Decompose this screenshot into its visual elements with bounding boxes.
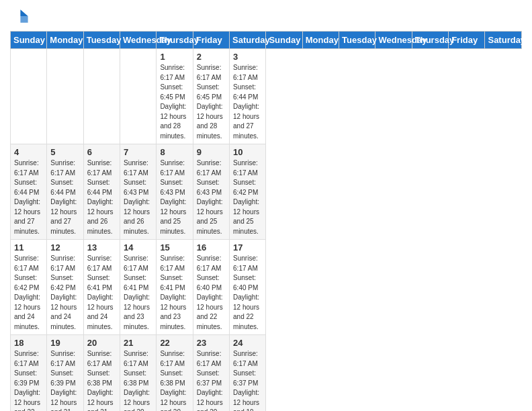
day-number: 8 [160,147,189,157]
logo [10,7,32,26]
day-number: 12 [50,242,79,253]
calendar-cell: 18Sunrise: 6:17 AM Sunset: 6:39 PM Dayli… [11,335,47,412]
col-header-thursday: Thursday [412,32,448,49]
day-number: 20 [87,338,116,348]
calendar-cell [11,49,47,144]
calendar-cell: 22Sunrise: 6:17 AM Sunset: 6:38 PM Dayli… [157,335,193,412]
calendar-cell: 7Sunrise: 6:17 AM Sunset: 6:43 PM Daylig… [120,144,157,240]
day-info: Sunrise: 6:17 AM Sunset: 6:41 PM Dayligh… [160,254,189,332]
day-info: Sunrise: 6:17 AM Sunset: 6:37 PM Dayligh… [233,349,262,411]
day-number: 5 [50,147,79,157]
col-header-wednesday: Wednesday [120,32,157,49]
day-number: 22 [160,338,189,348]
col-header-sunday: Sunday [11,32,47,49]
day-info: Sunrise: 6:17 AM Sunset: 6:38 PM Dayligh… [160,349,189,411]
day-info: Sunrise: 6:17 AM Sunset: 6:41 PM Dayligh… [87,254,116,332]
col-header-friday: Friday [193,32,229,49]
col-header-saturday: Saturday [230,32,266,49]
day-number: 7 [124,147,152,157]
calendar-cell: 14Sunrise: 6:17 AM Sunset: 6:41 PM Dayli… [120,240,157,335]
svg-marker-0 [20,9,28,16]
day-info: Sunrise: 6:17 AM Sunset: 6:40 PM Dayligh… [233,254,262,332]
day-info: Sunrise: 6:17 AM Sunset: 6:37 PM Dayligh… [197,349,226,411]
day-info: Sunrise: 6:17 AM Sunset: 6:39 PM Dayligh… [50,349,79,411]
calendar-cell [47,49,83,144]
calendar-cell: 8Sunrise: 6:17 AM Sunset: 6:43 PM Daylig… [157,144,193,240]
day-number: 16 [197,242,226,253]
day-info: Sunrise: 6:17 AM Sunset: 6:44 PM Dayligh… [233,63,262,141]
day-info: Sunrise: 6:17 AM Sunset: 6:39 PM Dayligh… [14,349,43,411]
day-number: 24 [233,338,262,348]
day-number: 2 [197,52,226,62]
calendar-table: SundayMondayTuesdayWednesdayThursdayFrid… [10,31,522,411]
day-number: 13 [87,242,116,253]
col-header-sunday: Sunday [266,32,302,49]
col-header-tuesday: Tuesday [339,32,375,49]
day-info: Sunrise: 6:17 AM Sunset: 6:40 PM Dayligh… [197,254,226,332]
logo-icon [10,7,29,26]
calendar-cell: 12Sunrise: 6:17 AM Sunset: 6:42 PM Dayli… [47,240,83,335]
day-number: 14 [124,242,152,253]
calendar-week-row: 18Sunrise: 6:17 AM Sunset: 6:39 PM Dayli… [11,335,522,412]
day-number: 3 [233,52,262,62]
col-header-saturday: Saturday [485,32,522,49]
day-number: 19 [50,338,79,348]
day-info: Sunrise: 6:17 AM Sunset: 6:44 PM Dayligh… [87,158,116,236]
calendar-cell: 13Sunrise: 6:17 AM Sunset: 6:41 PM Dayli… [83,240,120,335]
day-info: Sunrise: 6:17 AM Sunset: 6:45 PM Dayligh… [160,63,189,141]
calendar-cell: 1Sunrise: 6:17 AM Sunset: 6:45 PM Daylig… [157,49,193,144]
day-info: Sunrise: 6:17 AM Sunset: 6:43 PM Dayligh… [160,158,189,236]
day-info: Sunrise: 6:17 AM Sunset: 6:44 PM Dayligh… [14,158,43,236]
day-info: Sunrise: 6:17 AM Sunset: 6:42 PM Dayligh… [14,254,43,332]
calendar-cell: 20Sunrise: 6:17 AM Sunset: 6:38 PM Dayli… [83,335,120,412]
calendar-cell: 21Sunrise: 6:17 AM Sunset: 6:38 PM Dayli… [120,335,157,412]
calendar-cell: 2Sunrise: 6:17 AM Sunset: 6:45 PM Daylig… [193,49,229,144]
day-number: 10 [233,147,262,157]
calendar-cell [120,49,157,144]
calendar-cell: 24Sunrise: 6:17 AM Sunset: 6:37 PM Dayli… [230,335,266,412]
day-number: 18 [14,338,43,348]
calendar-cell: 10Sunrise: 6:17 AM Sunset: 6:42 PM Dayli… [230,144,266,240]
day-number: 17 [233,242,262,253]
day-number: 15 [160,242,189,253]
col-header-thursday: Thursday [157,32,193,49]
calendar-cell: 6Sunrise: 6:17 AM Sunset: 6:44 PM Daylig… [83,144,120,240]
day-number: 4 [14,147,43,157]
calendar-week-row: 4Sunrise: 6:17 AM Sunset: 6:44 PM Daylig… [11,144,522,240]
calendar-cell: 19Sunrise: 6:17 AM Sunset: 6:39 PM Dayli… [47,335,83,412]
day-number: 9 [197,147,226,157]
calendar-header-row: SundayMondayTuesdayWednesdayThursdayFrid… [11,32,522,49]
svg-marker-1 [20,16,28,23]
calendar-cell [83,49,120,144]
day-info: Sunrise: 6:17 AM Sunset: 6:45 PM Dayligh… [197,63,226,141]
day-number: 11 [14,242,43,253]
calendar-cell: 3Sunrise: 6:17 AM Sunset: 6:44 PM Daylig… [230,49,266,144]
calendar-cell: 23Sunrise: 6:17 AM Sunset: 6:37 PM Dayli… [193,335,229,412]
col-header-wednesday: Wednesday [375,32,412,49]
col-header-monday: Monday [302,32,339,49]
day-info: Sunrise: 6:17 AM Sunset: 6:43 PM Dayligh… [197,158,226,236]
day-info: Sunrise: 6:17 AM Sunset: 6:42 PM Dayligh… [233,158,262,236]
calendar-week-row: 11Sunrise: 6:17 AM Sunset: 6:42 PM Dayli… [11,240,522,335]
day-info: Sunrise: 6:17 AM Sunset: 6:43 PM Dayligh… [124,158,152,236]
day-number: 6 [87,147,116,157]
calendar-cell: 4Sunrise: 6:17 AM Sunset: 6:44 PM Daylig… [11,144,47,240]
calendar-cell: 9Sunrise: 6:17 AM Sunset: 6:43 PM Daylig… [193,144,229,240]
col-header-tuesday: Tuesday [83,32,120,49]
day-info: Sunrise: 6:17 AM Sunset: 6:38 PM Dayligh… [124,349,152,411]
page-header [10,7,522,26]
calendar-cell: 17Sunrise: 6:17 AM Sunset: 6:40 PM Dayli… [230,240,266,335]
calendar-cell: 16Sunrise: 6:17 AM Sunset: 6:40 PM Dayli… [193,240,229,335]
day-number: 1 [160,52,189,62]
day-number: 23 [197,338,226,348]
day-info: Sunrise: 6:17 AM Sunset: 6:38 PM Dayligh… [87,349,116,411]
col-header-monday: Monday [47,32,83,49]
calendar-cell: 15Sunrise: 6:17 AM Sunset: 6:41 PM Dayli… [157,240,193,335]
day-info: Sunrise: 6:17 AM Sunset: 6:44 PM Dayligh… [50,158,79,236]
day-info: Sunrise: 6:17 AM Sunset: 6:42 PM Dayligh… [50,254,79,332]
day-info: Sunrise: 6:17 AM Sunset: 6:41 PM Dayligh… [124,254,152,332]
day-number: 21 [124,338,152,348]
calendar-week-row: 1Sunrise: 6:17 AM Sunset: 6:45 PM Daylig… [11,49,522,144]
calendar-cell: 11Sunrise: 6:17 AM Sunset: 6:42 PM Dayli… [11,240,47,335]
calendar-cell: 5Sunrise: 6:17 AM Sunset: 6:44 PM Daylig… [47,144,83,240]
